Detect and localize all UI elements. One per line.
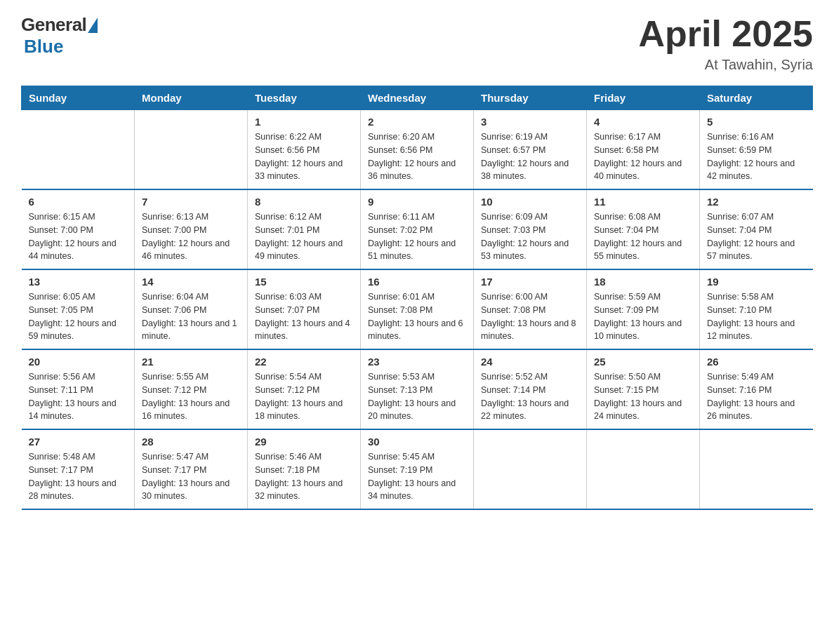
logo: General Blue	[21, 14, 98, 58]
day-number: 17	[481, 276, 579, 288]
day-number: 21	[142, 356, 240, 368]
calendar-cell: 19Sunrise: 5:58 AMSunset: 7:10 PMDayligh…	[700, 269, 813, 349]
calendar-cell: 26Sunrise: 5:49 AMSunset: 7:16 PMDayligh…	[700, 349, 813, 429]
calendar-week-row-4: 27Sunrise: 5:48 AMSunset: 7:17 PMDayligh…	[22, 429, 813, 509]
calendar-cell: 27Sunrise: 5:48 AMSunset: 7:17 PMDayligh…	[22, 429, 135, 509]
calendar-week-row-3: 20Sunrise: 5:56 AMSunset: 7:11 PMDayligh…	[22, 349, 813, 429]
day-info: Sunrise: 6:00 AMSunset: 7:08 PMDaylight:…	[481, 290, 579, 343]
day-number: 15	[255, 276, 353, 288]
day-info: Sunrise: 5:53 AMSunset: 7:13 PMDaylight:…	[368, 370, 466, 423]
day-number: 28	[142, 436, 240, 448]
logo-general-text: General	[21, 14, 86, 36]
day-info: Sunrise: 5:45 AMSunset: 7:19 PMDaylight:…	[368, 450, 466, 503]
day-info: Sunrise: 5:55 AMSunset: 7:12 PMDaylight:…	[142, 370, 240, 423]
logo-triangle-icon	[88, 18, 98, 33]
day-number: 22	[255, 356, 353, 368]
day-info: Sunrise: 5:54 AMSunset: 7:12 PMDaylight:…	[255, 370, 353, 423]
day-info: Sunrise: 5:56 AMSunset: 7:11 PMDaylight:…	[29, 370, 128, 423]
col-monday: Monday	[135, 86, 248, 110]
day-number: 13	[29, 276, 128, 288]
col-thursday: Thursday	[474, 86, 587, 110]
calendar-cell: 17Sunrise: 6:00 AMSunset: 7:08 PMDayligh…	[474, 269, 587, 349]
day-number: 19	[707, 276, 806, 288]
day-number: 3	[481, 116, 579, 128]
logo-blue-text: Blue	[24, 36, 63, 57]
day-number: 20	[29, 356, 128, 368]
calendar-cell: 24Sunrise: 5:52 AMSunset: 7:14 PMDayligh…	[474, 349, 587, 429]
day-number: 6	[29, 196, 128, 208]
day-number: 23	[368, 356, 466, 368]
calendar-cell: 1Sunrise: 6:22 AMSunset: 6:56 PMDaylight…	[248, 110, 361, 190]
day-number: 16	[368, 276, 466, 288]
day-info: Sunrise: 6:04 AMSunset: 7:06 PMDaylight:…	[142, 290, 240, 343]
day-info: Sunrise: 6:20 AMSunset: 6:56 PMDaylight:…	[368, 130, 466, 183]
col-wednesday: Wednesday	[361, 86, 474, 110]
day-info: Sunrise: 6:15 AMSunset: 7:00 PMDaylight:…	[29, 210, 128, 263]
calendar-cell	[22, 110, 135, 190]
day-number: 8	[255, 196, 353, 208]
calendar-cell: 6Sunrise: 6:15 AMSunset: 7:00 PMDaylight…	[22, 189, 135, 269]
day-info: Sunrise: 6:05 AMSunset: 7:05 PMDaylight:…	[29, 290, 128, 343]
day-number: 29	[255, 436, 353, 448]
day-info: Sunrise: 6:12 AMSunset: 7:01 PMDaylight:…	[255, 210, 353, 263]
calendar-cell: 13Sunrise: 6:05 AMSunset: 7:05 PMDayligh…	[22, 269, 135, 349]
day-number: 27	[29, 436, 128, 448]
calendar-cell: 4Sunrise: 6:17 AMSunset: 6:58 PMDaylight…	[587, 110, 700, 190]
day-info: Sunrise: 6:22 AMSunset: 6:56 PMDaylight:…	[255, 130, 353, 183]
calendar-cell: 2Sunrise: 6:20 AMSunset: 6:56 PMDaylight…	[361, 110, 474, 190]
calendar-cell: 14Sunrise: 6:04 AMSunset: 7:06 PMDayligh…	[135, 269, 248, 349]
calendar-cell: 12Sunrise: 6:07 AMSunset: 7:04 PMDayligh…	[700, 189, 813, 269]
calendar-cell: 29Sunrise: 5:46 AMSunset: 7:18 PMDayligh…	[248, 429, 361, 509]
calendar-cell: 16Sunrise: 6:01 AMSunset: 7:08 PMDayligh…	[361, 269, 474, 349]
calendar-cell: 18Sunrise: 5:59 AMSunset: 7:09 PMDayligh…	[587, 269, 700, 349]
calendar-cell	[587, 429, 700, 509]
calendar-cell: 15Sunrise: 6:03 AMSunset: 7:07 PMDayligh…	[248, 269, 361, 349]
calendar-cell: 3Sunrise: 6:19 AMSunset: 6:57 PMDaylight…	[474, 110, 587, 190]
day-number: 4	[594, 116, 692, 128]
day-info: Sunrise: 6:07 AMSunset: 7:04 PMDaylight:…	[707, 210, 806, 263]
calendar-cell: 23Sunrise: 5:53 AMSunset: 7:13 PMDayligh…	[361, 349, 474, 429]
day-number: 10	[481, 196, 579, 208]
day-info: Sunrise: 5:52 AMSunset: 7:14 PMDaylight:…	[481, 370, 579, 423]
day-info: Sunrise: 6:01 AMSunset: 7:08 PMDaylight:…	[368, 290, 466, 343]
calendar-cell: 21Sunrise: 5:55 AMSunset: 7:12 PMDayligh…	[135, 349, 248, 429]
calendar-cell: 30Sunrise: 5:45 AMSunset: 7:19 PMDayligh…	[361, 429, 474, 509]
col-sunday: Sunday	[22, 86, 135, 110]
calendar-cell: 8Sunrise: 6:12 AMSunset: 7:01 PMDaylight…	[248, 189, 361, 269]
calendar-cell: 25Sunrise: 5:50 AMSunset: 7:15 PMDayligh…	[587, 349, 700, 429]
day-number: 26	[707, 356, 806, 368]
calendar-cell: 9Sunrise: 6:11 AMSunset: 7:02 PMDaylight…	[361, 189, 474, 269]
day-number: 7	[142, 196, 240, 208]
calendar-cell	[135, 110, 248, 190]
day-number: 14	[142, 276, 240, 288]
day-info: Sunrise: 6:09 AMSunset: 7:03 PMDaylight:…	[481, 210, 579, 263]
day-info: Sunrise: 6:11 AMSunset: 7:02 PMDaylight:…	[368, 210, 466, 263]
day-number: 12	[707, 196, 806, 208]
day-number: 25	[594, 356, 692, 368]
location-subtitle: At Tawahin, Syria	[638, 57, 813, 73]
day-number: 9	[368, 196, 466, 208]
day-info: Sunrise: 6:13 AMSunset: 7:00 PMDaylight:…	[142, 210, 240, 263]
calendar-cell: 20Sunrise: 5:56 AMSunset: 7:11 PMDayligh…	[22, 349, 135, 429]
day-info: Sunrise: 6:08 AMSunset: 7:04 PMDaylight:…	[594, 210, 692, 263]
month-title: April 2025	[638, 14, 813, 54]
day-info: Sunrise: 6:03 AMSunset: 7:07 PMDaylight:…	[255, 290, 353, 343]
day-info: Sunrise: 6:16 AMSunset: 6:59 PMDaylight:…	[707, 130, 806, 183]
day-info: Sunrise: 5:49 AMSunset: 7:16 PMDaylight:…	[707, 370, 806, 423]
day-info: Sunrise: 5:59 AMSunset: 7:09 PMDaylight:…	[594, 290, 692, 343]
calendar-table: Sunday Monday Tuesday Wednesday Thursday…	[21, 86, 813, 510]
title-area: April 2025 At Tawahin, Syria	[638, 14, 813, 73]
calendar-week-row-2: 13Sunrise: 6:05 AMSunset: 7:05 PMDayligh…	[22, 269, 813, 349]
calendar-cell: 11Sunrise: 6:08 AMSunset: 7:04 PMDayligh…	[587, 189, 700, 269]
calendar-cell: 10Sunrise: 6:09 AMSunset: 7:03 PMDayligh…	[474, 189, 587, 269]
page-header: General Blue April 2025 At Tawahin, Syri…	[21, 14, 813, 73]
calendar-cell: 7Sunrise: 6:13 AMSunset: 7:00 PMDaylight…	[135, 189, 248, 269]
calendar-cell	[474, 429, 587, 509]
day-info: Sunrise: 5:48 AMSunset: 7:17 PMDaylight:…	[29, 450, 128, 503]
day-info: Sunrise: 5:47 AMSunset: 7:17 PMDaylight:…	[142, 450, 240, 503]
day-number: 1	[255, 116, 353, 128]
calendar-week-row-0: 1Sunrise: 6:22 AMSunset: 6:56 PMDaylight…	[22, 110, 813, 190]
day-info: Sunrise: 5:58 AMSunset: 7:10 PMDaylight:…	[707, 290, 806, 343]
calendar-cell: 28Sunrise: 5:47 AMSunset: 7:17 PMDayligh…	[135, 429, 248, 509]
day-number: 11	[594, 196, 692, 208]
